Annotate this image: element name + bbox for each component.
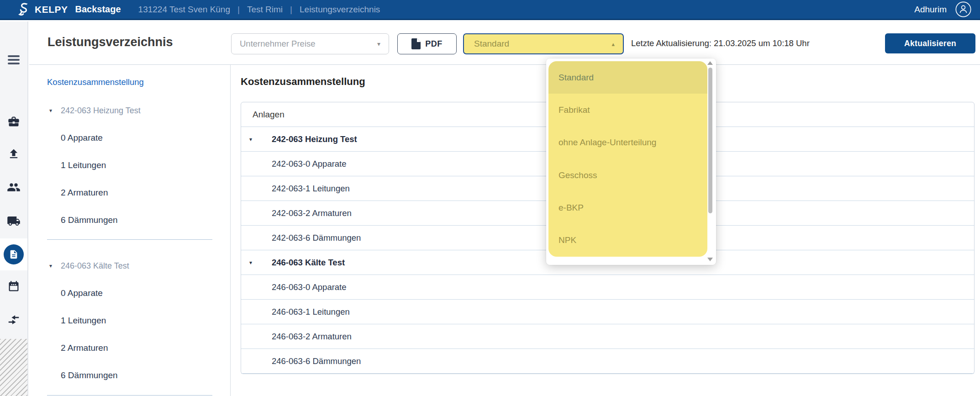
breadcrumb-section[interactable]: Test Rimi (247, 5, 283, 15)
dropdown-option[interactable]: Standard (548, 61, 707, 94)
table-row-label: 242-063 Heizung Test (272, 134, 357, 144)
tree-item[interactable]: 6 Dämmungen (29, 206, 230, 234)
breadcrumb-project[interactable]: 131224 Test Sven Küng (138, 5, 230, 15)
tree-divider (47, 239, 212, 240)
tree-item[interactable]: 6 Dämmungen (29, 362, 230, 389)
tree-item[interactable]: 1 Leitungen (29, 152, 230, 179)
chevron-down-icon: ▾ (49, 107, 61, 114)
table-row[interactable]: ▾ 246-063-6 Dämmungen (241, 349, 974, 374)
view-select-options: Standard Fabrikat ohne Anlage-Unterteilu… (548, 61, 707, 257)
page-title: Leistungsverzeichnis (47, 35, 173, 49)
table-row-label: 246-063 Kälte Test (272, 258, 345, 268)
view-select[interactable]: Standard ▴ (463, 33, 624, 54)
scroll-down-icon[interactable] (707, 258, 713, 261)
tree-group-label: 242-063 Heizung Test (61, 106, 141, 116)
sidebar-item-transfer[interactable] (0, 310, 27, 330)
tree-divider (47, 395, 212, 396)
tree-item[interactable]: 0 Apparate (29, 124, 230, 152)
chevron-down-icon: ▾ (377, 40, 380, 48)
menu-toggle-button[interactable] (0, 50, 27, 70)
chevron-down-icon: ▾ (249, 136, 252, 143)
dropdown-option[interactable]: Fabrikat (548, 94, 707, 126)
pdf-button[interactable]: PDF (397, 33, 457, 54)
tree-item[interactable]: 2 Armaturen (29, 179, 230, 206)
tree-item[interactable]: 2 Armaturen (29, 334, 230, 362)
tree-item[interactable]: 0 Apparate (29, 280, 230, 307)
table-row[interactable]: ▾ 246-063-1 Leitungen (241, 300, 974, 324)
briefcase-icon (7, 115, 20, 128)
app-name: Backstage (75, 4, 121, 15)
price-select-placeholder: Unternehmer Preise (240, 39, 316, 49)
app-root: KELPY Backstage 131224 Test Sven Küng | … (0, 0, 980, 396)
brand-logo[interactable]: KELPY Backstage (17, 2, 121, 17)
table-row-label: 242-063-0 Apparate (272, 159, 347, 169)
calendar-icon (7, 280, 20, 293)
table-row[interactable]: ▾ 246-063-2 Armaturen (241, 324, 974, 349)
tree-sidebar: Kostenzusammenstellung ▾ 242-063 Heizung… (29, 65, 231, 396)
hamburger-icon (8, 55, 20, 64)
table-row-label: 246-063-0 Apparate (272, 282, 347, 292)
swap-arrows-icon (7, 313, 21, 327)
breadcrumb: 131224 Test Sven Küng | Test Rimi | Leis… (138, 5, 380, 15)
icon-rail (0, 21, 28, 396)
topbar-user-area: Adhurim (914, 1, 980, 18)
tree-item[interactable]: 1 Leitungen (29, 307, 230, 334)
sidebar-item-logistics[interactable] (0, 211, 27, 231)
user-avatar-icon[interactable] (955, 1, 972, 18)
user-name: Adhurim (914, 5, 947, 15)
sidebar-item-leistungsverzeichnis-active[interactable] (0, 238, 27, 270)
sidebar-item-projects[interactable] (0, 111, 27, 132)
dropdown-option[interactable]: Geschoss (548, 159, 707, 191)
sidebar-item-contacts[interactable] (0, 177, 27, 197)
tree-group-1[interactable]: ▾ 242-063 Heizung Test (29, 97, 230, 124)
price-select[interactable]: Unternehmer Preise ▾ (231, 33, 389, 54)
pdf-button-label: PDF (425, 39, 443, 49)
dropdown-option[interactable]: NPK (548, 224, 707, 256)
tree-group-label: 246-063 Kälte Test (61, 261, 129, 271)
pdf-file-icon (411, 38, 421, 49)
document-icon (9, 249, 19, 259)
dropdown-option[interactable]: e-BKP (548, 191, 707, 224)
table-row-label: 246-063-1 Leitungen (272, 307, 350, 317)
sidebar-item-calendar[interactable] (0, 276, 27, 296)
rail-striped-filler (0, 339, 27, 396)
people-icon (7, 180, 21, 194)
active-item-highlight (4, 244, 24, 264)
table-row-label: 246-063-2 Armaturen (272, 332, 352, 342)
breadcrumb-separator: | (290, 5, 292, 15)
dropdown-option[interactable]: ohne Anlage-Unterteilung (548, 127, 707, 159)
chevron-up-icon: ▴ (611, 41, 615, 48)
table-row-label: 242-063-6 Dämmungen (272, 233, 361, 243)
main-heading: Kostenzusammenstellung (241, 76, 365, 88)
topbar: KELPY Backstage 131224 Test Sven Küng | … (0, 0, 980, 20)
table-row[interactable]: ▾ 246-063-0 Apparate (241, 275, 974, 300)
chevron-down-icon: ▾ (49, 263, 61, 269)
breadcrumb-separator: | (237, 5, 240, 15)
view-select-value: Standard (474, 39, 509, 49)
table-row-label: 242-063-2 Armaturen (272, 208, 352, 218)
sidebar-link-kostenzusammenstellung[interactable]: Kostenzusammenstellung (47, 77, 144, 87)
tree-group-2-children: 0 Apparate 1 Leitungen 2 Armaturen 6 Däm… (29, 280, 230, 389)
kelpy-seahorse-icon (17, 2, 31, 17)
sidebar-item-upload[interactable] (0, 144, 27, 164)
view-select-dropdown: Standard Fabrikat ohne Anlage-Unterteilu… (546, 58, 716, 265)
dropdown-scrollbar-thumb[interactable] (708, 68, 712, 213)
chevron-down-icon: ▾ (249, 259, 252, 266)
brand-name: KELPY (35, 4, 68, 15)
breadcrumb-page[interactable]: Leistungsverzeichnis (300, 5, 380, 15)
tree-group-2[interactable]: ▾ 246-063 Kälte Test (29, 252, 230, 280)
refresh-button[interactable]: Aktualisieren (885, 33, 975, 53)
truck-icon (7, 214, 21, 228)
upload-icon (7, 148, 20, 160)
table-row-label: 246-063-6 Dämmungen (272, 356, 361, 366)
page-header: Leistungsverzeichnis Unternehmer Preise … (29, 21, 980, 65)
table-row-label: 242-063-1 Leitungen (272, 184, 350, 194)
tree-group-1-children: 0 Apparate 1 Leitungen 2 Armaturen 6 Däm… (29, 124, 230, 234)
scroll-up-icon[interactable] (707, 61, 713, 65)
